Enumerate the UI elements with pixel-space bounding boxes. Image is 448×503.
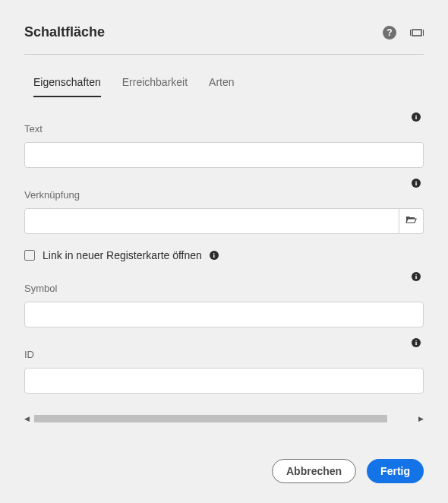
browse-button[interactable] [399, 208, 424, 234]
scroll-left-arrow[interactable]: ◀ [24, 415, 30, 422]
link-label: Verknüpfung [24, 189, 424, 201]
svg-rect-0 [412, 30, 421, 36]
info-icon[interactable]: i [210, 251, 219, 260]
tab-accessibility[interactable]: Erreichbarkeit [122, 76, 188, 97]
symbol-input[interactable] [24, 302, 424, 327]
dialog-title: Schaltfläche [24, 24, 105, 40]
folder-open-icon [405, 214, 418, 229]
info-icon[interactable]: i [412, 338, 421, 347]
id-label: ID [24, 349, 424, 360]
link-input[interactable] [24, 208, 399, 234]
info-icon[interactable]: i [412, 179, 421, 188]
horizontal-scrollbar[interactable]: ◀ ▶ [24, 415, 424, 422]
cancel-button[interactable]: Abbrechen [272, 459, 356, 483]
symbol-label: Symbol [24, 283, 424, 294]
fullscreen-icon[interactable] [410, 26, 424, 40]
newtab-checkbox[interactable] [24, 250, 35, 261]
info-icon[interactable]: i [412, 272, 421, 281]
tab-properties[interactable]: Eigenschaften [33, 76, 101, 97]
text-input[interactable] [24, 142, 424, 168]
newtab-label: Link in neuer Registerkarte öffnen [43, 249, 202, 261]
info-icon[interactable]: i [412, 112, 421, 122]
done-button[interactable]: Fertig [367, 459, 424, 483]
scroll-right-arrow[interactable]: ▶ [418, 415, 424, 422]
help-icon[interactable]: ? [383, 26, 396, 40]
id-input[interactable] [24, 368, 424, 394]
tab-styles[interactable]: Arten [209, 76, 234, 97]
text-label: Text [24, 123, 424, 134]
